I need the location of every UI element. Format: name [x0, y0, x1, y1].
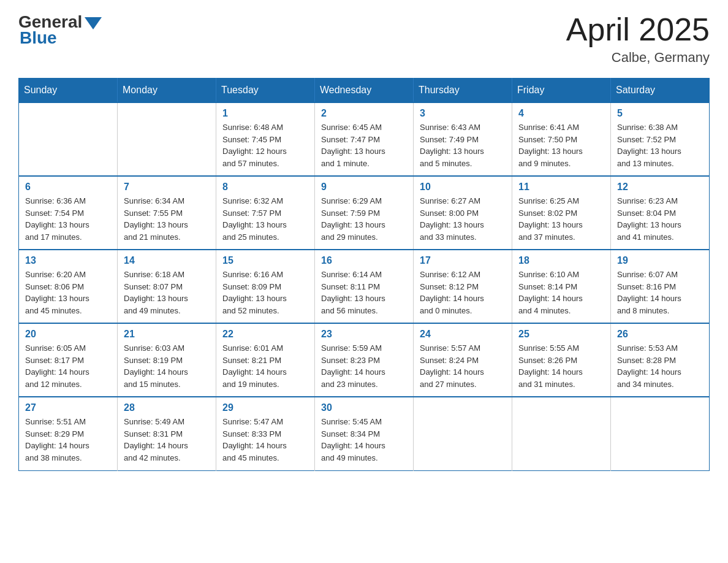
day-info-text: Sunrise: 5:47 AM Sunset: 8:33 PM Dayligh… [222, 416, 308, 464]
day-number: 3 [420, 108, 506, 119]
calendar-day-cell: 30Sunrise: 5:45 AM Sunset: 8:34 PM Dayli… [315, 397, 414, 470]
calendar-day-cell: 8Sunrise: 6:32 AM Sunset: 7:57 PM Daylig… [216, 176, 315, 250]
day-info-text: Sunrise: 6:41 AM Sunset: 7:50 PM Dayligh… [518, 121, 604, 169]
calendar-day-cell: 24Sunrise: 5:57 AM Sunset: 8:24 PM Dayli… [414, 323, 512, 397]
weekday-header-cell: Friday [512, 79, 611, 103]
logo: General Blue [18, 12, 102, 48]
day-number: 19 [617, 255, 703, 266]
day-info-text: Sunrise: 6:48 AM Sunset: 7:45 PM Dayligh… [222, 121, 308, 169]
calendar-day-cell [611, 397, 710, 470]
calendar-day-cell [118, 102, 216, 176]
day-number: 13 [25, 255, 111, 266]
day-number: 6 [25, 182, 111, 193]
calendar-day-cell: 7Sunrise: 6:34 AM Sunset: 7:55 PM Daylig… [118, 176, 216, 250]
calendar-day-cell: 28Sunrise: 5:49 AM Sunset: 8:31 PM Dayli… [118, 397, 216, 470]
day-number: 28 [124, 402, 210, 413]
day-info-text: Sunrise: 5:53 AM Sunset: 8:28 PM Dayligh… [617, 342, 703, 390]
logo-arrow-icon [85, 17, 102, 29]
calendar-day-cell: 22Sunrise: 6:01 AM Sunset: 8:21 PM Dayli… [216, 323, 315, 397]
title-block: April 2025 Calbe, Germany [566, 12, 710, 66]
month-year-title: April 2025 [566, 12, 710, 47]
weekday-header-cell: Saturday [611, 79, 710, 103]
day-number: 16 [321, 255, 407, 266]
day-number: 24 [420, 329, 506, 340]
day-number: 5 [617, 108, 703, 119]
day-number: 20 [25, 329, 111, 340]
calendar-day-cell: 17Sunrise: 6:12 AM Sunset: 8:12 PM Dayli… [414, 250, 512, 323]
day-number: 30 [321, 402, 407, 413]
calendar-day-cell: 27Sunrise: 5:51 AM Sunset: 8:29 PM Dayli… [19, 397, 118, 470]
day-info-text: Sunrise: 6:01 AM Sunset: 8:21 PM Dayligh… [222, 342, 308, 390]
day-info-text: Sunrise: 6:45 AM Sunset: 7:47 PM Dayligh… [321, 121, 407, 169]
day-info-text: Sunrise: 6:03 AM Sunset: 8:19 PM Dayligh… [124, 342, 210, 390]
calendar-day-cell [512, 397, 611, 470]
calendar-header: SundayMondayTuesdayWednesdayThursdayFrid… [19, 79, 710, 103]
day-number: 21 [124, 329, 210, 340]
day-info-text: Sunrise: 6:32 AM Sunset: 7:57 PM Dayligh… [222, 195, 308, 243]
day-info-text: Sunrise: 5:57 AM Sunset: 8:24 PM Dayligh… [420, 342, 506, 390]
day-number: 22 [222, 329, 308, 340]
location-subtitle: Calbe, Germany [566, 50, 710, 66]
calendar-day-cell: 29Sunrise: 5:47 AM Sunset: 8:33 PM Dayli… [216, 397, 315, 470]
calendar-day-cell: 18Sunrise: 6:10 AM Sunset: 8:14 PM Dayli… [512, 250, 611, 323]
day-number: 15 [222, 255, 308, 266]
day-info-text: Sunrise: 6:16 AM Sunset: 8:09 PM Dayligh… [222, 269, 308, 316]
calendar-table: SundayMondayTuesdayWednesdayThursdayFrid… [18, 78, 710, 471]
day-number: 17 [420, 255, 506, 266]
day-number: 23 [321, 329, 407, 340]
day-info-text: Sunrise: 6:43 AM Sunset: 7:49 PM Dayligh… [420, 121, 506, 169]
day-number: 29 [222, 402, 308, 413]
day-info-text: Sunrise: 6:27 AM Sunset: 8:00 PM Dayligh… [420, 195, 506, 243]
day-number: 1 [222, 108, 308, 119]
day-number: 11 [518, 182, 604, 193]
calendar-day-cell: 16Sunrise: 6:14 AM Sunset: 8:11 PM Dayli… [315, 250, 414, 323]
calendar-week-row: 1Sunrise: 6:48 AM Sunset: 7:45 PM Daylig… [19, 102, 710, 176]
weekday-header-row: SundayMondayTuesdayWednesdayThursdayFrid… [19, 79, 710, 103]
day-number: 10 [420, 182, 506, 193]
weekday-header-cell: Monday [118, 79, 216, 103]
calendar-day-cell: 25Sunrise: 5:55 AM Sunset: 8:26 PM Dayli… [512, 323, 611, 397]
day-number: 14 [124, 255, 210, 266]
calendar-day-cell: 14Sunrise: 6:18 AM Sunset: 8:07 PM Dayli… [118, 250, 216, 323]
calendar-day-cell: 11Sunrise: 6:25 AM Sunset: 8:02 PM Dayli… [512, 176, 611, 250]
day-number: 9 [321, 182, 407, 193]
day-info-text: Sunrise: 5:55 AM Sunset: 8:26 PM Dayligh… [518, 342, 604, 390]
day-info-text: Sunrise: 6:36 AM Sunset: 7:54 PM Dayligh… [25, 195, 111, 243]
day-info-text: Sunrise: 6:20 AM Sunset: 8:06 PM Dayligh… [25, 269, 111, 316]
calendar-day-cell: 15Sunrise: 6:16 AM Sunset: 8:09 PM Dayli… [216, 250, 315, 323]
calendar-day-cell [414, 397, 512, 470]
calendar-day-cell: 21Sunrise: 6:03 AM Sunset: 8:19 PM Dayli… [118, 323, 216, 397]
day-info-text: Sunrise: 5:49 AM Sunset: 8:31 PM Dayligh… [124, 416, 210, 464]
day-info-text: Sunrise: 6:34 AM Sunset: 7:55 PM Dayligh… [124, 195, 210, 243]
day-number: 18 [518, 255, 604, 266]
calendar-day-cell: 26Sunrise: 5:53 AM Sunset: 8:28 PM Dayli… [611, 323, 710, 397]
calendar-day-cell: 5Sunrise: 6:38 AM Sunset: 7:52 PM Daylig… [611, 102, 710, 176]
day-number: 7 [124, 182, 210, 193]
calendar-day-cell: 20Sunrise: 6:05 AM Sunset: 8:17 PM Dayli… [19, 323, 118, 397]
day-number: 25 [518, 329, 604, 340]
calendar-day-cell: 10Sunrise: 6:27 AM Sunset: 8:00 PM Dayli… [414, 176, 512, 250]
day-info-text: Sunrise: 6:38 AM Sunset: 7:52 PM Dayligh… [617, 121, 703, 169]
day-info-text: Sunrise: 6:29 AM Sunset: 7:59 PM Dayligh… [321, 195, 407, 243]
day-info-text: Sunrise: 6:25 AM Sunset: 8:02 PM Dayligh… [518, 195, 604, 243]
day-info-text: Sunrise: 5:51 AM Sunset: 8:29 PM Dayligh… [25, 416, 111, 464]
calendar-day-cell: 9Sunrise: 6:29 AM Sunset: 7:59 PM Daylig… [315, 176, 414, 250]
calendar-day-cell: 3Sunrise: 6:43 AM Sunset: 7:49 PM Daylig… [414, 102, 512, 176]
day-number: 4 [518, 108, 604, 119]
calendar-week-row: 6Sunrise: 6:36 AM Sunset: 7:54 PM Daylig… [19, 176, 710, 250]
day-info-text: Sunrise: 6:10 AM Sunset: 8:14 PM Dayligh… [518, 269, 604, 316]
calendar-day-cell: 19Sunrise: 6:07 AM Sunset: 8:16 PM Dayli… [611, 250, 710, 323]
day-info-text: Sunrise: 6:07 AM Sunset: 8:16 PM Dayligh… [617, 269, 703, 316]
logo-blue-text: Blue [18, 28, 57, 48]
day-info-text: Sunrise: 5:59 AM Sunset: 8:23 PM Dayligh… [321, 342, 407, 390]
calendar-day-cell: 4Sunrise: 6:41 AM Sunset: 7:50 PM Daylig… [512, 102, 611, 176]
page-header: General Blue April 2025 Calbe, Germany [18, 12, 710, 66]
calendar-day-cell [19, 102, 118, 176]
day-info-text: Sunrise: 5:45 AM Sunset: 8:34 PM Dayligh… [321, 416, 407, 464]
calendar-week-row: 27Sunrise: 5:51 AM Sunset: 8:29 PM Dayli… [19, 397, 710, 470]
day-number: 12 [617, 182, 703, 193]
calendar-day-cell: 2Sunrise: 6:45 AM Sunset: 7:47 PM Daylig… [315, 102, 414, 176]
day-number: 8 [222, 182, 308, 193]
day-number: 26 [617, 329, 703, 340]
weekday-header-cell: Thursday [414, 79, 512, 103]
